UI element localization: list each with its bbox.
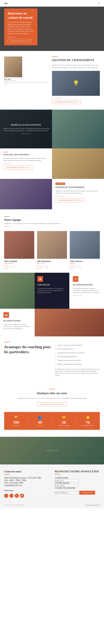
strategie-left-image: [0, 179, 52, 209]
modeles-body: Sample text, Click to select the text bo…: [3, 128, 49, 132]
footer-email-label: VOTRE EMAIL: [55, 482, 100, 484]
planification-right-image: [35, 309, 104, 336]
planification-row: 📅 PLANIFICATION Lorem dims amet adipisci…: [0, 309, 104, 336]
faits-accent: [49, 389, 55, 389]
analyse-accent: [4, 152, 8, 152]
jeffrey-twitter-icon[interactable]: t: [74, 265, 77, 268]
alex-socials: f t in: [4, 265, 34, 268]
automatisation-caption: Image de Freepik: [73, 295, 100, 296]
avantages-title: Avantages du coaching pour les particuli…: [4, 344, 52, 354]
footer-policy[interactable]: Politique de confidentialité: [85, 504, 100, 506]
footer-twitter-icon[interactable]: t: [10, 494, 14, 498]
projets-number: 100: [6, 420, 26, 424]
gestion-cta-button[interactable]: APPRENDRE ENCORE PLUS: [52, 100, 81, 104]
jeffrey-facebook-icon[interactable]: f: [70, 265, 73, 268]
strategie-label-badge: STRATÉGIE: [55, 182, 65, 185]
footer-email-input[interactable]: [55, 484, 79, 487]
avantages-item-5: Construire une conscience personnelle: [55, 358, 100, 362]
modeles-title: MODÈLES D'EXPLOITATION: [11, 124, 41, 126]
alex-photo: [4, 231, 34, 259]
logo: logo: [4, 2, 8, 4]
projets-label: PROJETS: [6, 425, 26, 426]
equipe-label: NOTRE ÉQUIPE: [54, 425, 74, 426]
stats-grid: 🏆 100 PROJETS 👥 40 CLIENTS 🤝 20 NOTRE ÉQ…: [4, 412, 100, 430]
team-title: Notre équipe: [4, 218, 100, 222]
modeles-caption: Image de Freepik: [22, 133, 30, 134]
navbar: logo ≡: [0, 0, 104, 7]
stat-equipe: 🤝 20 NOTRE ÉQUIPE: [52, 412, 76, 430]
planification-icon-box: 📅: [4, 312, 9, 318]
gestion-caption: Sample text. Click to select the text bo…: [4, 82, 49, 85]
spa-strategie-title: STRATÉGIE: [37, 284, 67, 286]
avantages-extra: Sed blandit libero volutpat sed cras orn…: [55, 368, 100, 376]
alex-linkedin-icon[interactable]: in: [13, 265, 16, 268]
analyse-title: ANALYSE DES DONNÉES: [4, 154, 49, 156]
gestion-right: GESTION DU CHANGEMENT Sample text. Click…: [52, 56, 100, 104]
footer-phone-label: VOTRE TÉLÉPHONE: [55, 487, 100, 489]
strategie-title: STRATÉGIE D'ENTREPRISE: [55, 186, 100, 188]
avantages-item-6: Boostez vos opportunités de réseautage: [55, 362, 100, 366]
gestion-img-caption: Image de Freepik: [52, 97, 100, 98]
bottom-image-section: Image de Freepik: [0, 437, 104, 464]
alex-twitter-icon[interactable]: t: [8, 265, 12, 268]
ann-socials: f t in: [37, 265, 67, 268]
strategie-right: STRATÉGIE STRATÉGIE D'ENTREPRISE Sample …: [52, 179, 104, 209]
ann-twitter-icon[interactable]: t: [41, 265, 45, 268]
spa-automatisation-title: AUTOMATISATION: [73, 284, 100, 286]
strategie-cta-button[interactable]: APPRENDRE ENCORE PLUS: [55, 198, 84, 202]
avantages-item-1: Établir et agir pour atteindre les objec…: [55, 343, 100, 347]
planification-calendar-icon: 📅: [5, 314, 8, 316]
suivez-label: Suivez nous: [4, 489, 49, 492]
analyse-cta-button[interactable]: APPRENDRE ENCORE PLUS: [4, 166, 32, 170]
faits-btn-wrap: APPRENDRE ENCORE PLUS: [4, 402, 100, 406]
hero-cta-button[interactable]: APPRENDRE ENCORE PLUS: [8, 39, 32, 43]
ann-facebook-icon[interactable]: f: [37, 265, 40, 268]
footer-name-input[interactable]: [55, 479, 79, 482]
stat-projets: 🏆 100 PROJETS: [4, 412, 28, 430]
automatisation-gear-icon: ⚙: [74, 278, 77, 280]
gestion-left: May Smith Responsable conseil Sample tex…: [4, 56, 52, 104]
avantages-item-3: Un endroit sûr pour prendre de la perspe…: [55, 351, 100, 355]
spa-automatisation: ⚙ AUTOMATISATION Lorem ipsum dolor sit a…: [69, 273, 104, 309]
automatisation-icon-box: ⚙: [73, 276, 78, 282]
stat-recompenses: ⭐ 76 RÉCOMPENSES: [76, 412, 100, 430]
recompenses-number: 76: [78, 420, 98, 424]
clients-icon: 👥: [30, 416, 50, 419]
footer: Contactez-nous 4950 St Barthole Avenue, …: [0, 464, 104, 508]
team-grid: Alex Grinfield chef conseiller f t in An…: [4, 231, 100, 268]
footer-phone-input[interactable]: [55, 491, 79, 494]
ann-linkedin-icon[interactable]: in: [45, 265, 49, 268]
jeffrey-linkedin-icon[interactable]: in: [78, 265, 81, 268]
faits-title: Quelques faits sur nous: [4, 391, 100, 395]
hero-title: Bienvenue au cabinet de conseil: [8, 11, 34, 20]
footer-submit-button[interactable]: SOUMETTRE: [79, 491, 95, 495]
analyse-section: ANALYSE DES DONNÉES Duis aute irure dolo…: [0, 148, 52, 179]
alex-facebook-icon[interactable]: f: [4, 265, 8, 268]
ann-photo: [37, 231, 67, 259]
avantages-accent: [4, 342, 10, 342]
footer-newsletter: REJOIGNEZ NOTRE NEWSLETTER VOTRE NOM VOT…: [55, 470, 100, 498]
bottom-meeting-image: Image de Freepik: [0, 437, 104, 464]
team-caption: Image de Freepik: [4, 226, 100, 227]
team-accent: [4, 216, 10, 217]
recompenses-icon: ⭐: [78, 416, 98, 419]
faits-cta-button[interactable]: APPRENDRE ENCORE PLUS: [37, 402, 66, 406]
alex-name: Alex Grinfield: [4, 260, 34, 262]
avantages-list: Établir et agir pour atteindre les objec…: [55, 343, 100, 366]
footer-facebook-icon[interactable]: f: [4, 494, 8, 498]
footer-social-section: Suivez nous f t in ▶: [4, 489, 49, 498]
team-section: Notre équipe Sample text. Click to selec…: [0, 209, 104, 273]
footer-linkedin-icon[interactable]: in: [15, 494, 19, 498]
gestion-section: May Smith Responsable conseil Sample tex…: [0, 51, 104, 110]
faits-section: Quelques faits sur nous Sample text. Cli…: [0, 382, 104, 437]
avantages-section: Avantages du coaching pour les particuli…: [0, 336, 104, 382]
modeles-section: MODÈLES D'EXPLOITATION Sample text, Clic…: [0, 110, 104, 148]
footer-contact-accent: [4, 474, 10, 474]
gestion-author: May Smith: [4, 78, 49, 80]
jeffrey-name: Jeffrey Brown: [70, 260, 100, 262]
strategie-section: STRATÉGIE STRATÉGIE D'ENTREPRISE Sample …: [0, 179, 104, 209]
clients-number: 40: [30, 420, 50, 424]
footer-youtube-icon[interactable]: ▶: [20, 494, 24, 498]
menu-icon[interactable]: ≡: [98, 2, 100, 5]
equipe-icon: 🤝: [54, 416, 74, 419]
